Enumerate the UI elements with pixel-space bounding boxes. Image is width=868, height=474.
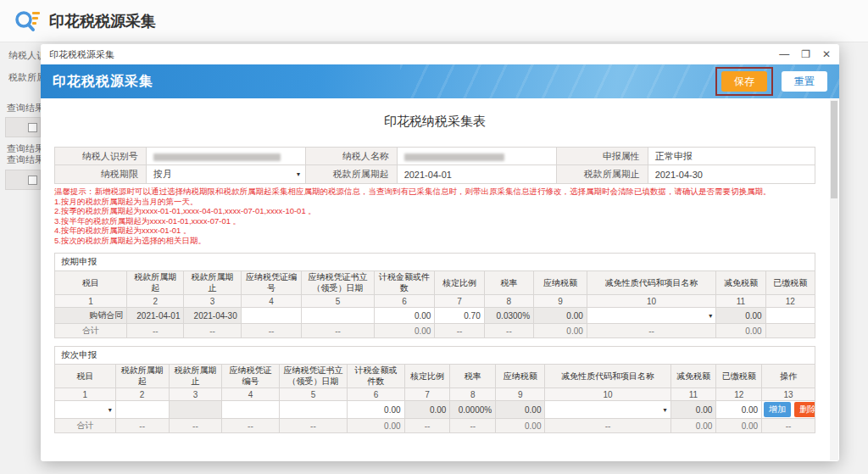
form-row: 纳税期限 按月 ▾ 税款所属期起 2021-04-01 税款所属期止 2021-…	[55, 165, 815, 184]
restore-icon[interactable]: ❐	[801, 49, 810, 59]
total-cell: 0.00	[670, 419, 716, 433]
dropdown-caret-icon: ▾	[663, 406, 666, 414]
column-number: 12	[765, 295, 815, 308]
reset-button[interactable]: 重置	[782, 71, 827, 92]
readonly-cell: 2021-04-30	[184, 308, 241, 324]
bg-result-box	[5, 117, 41, 137]
minimize-icon[interactable]: —	[779, 49, 789, 59]
bg-checkbox[interactable]	[28, 176, 37, 185]
warning-line: 温馨提示：新增税源时可以通过选择纳税期限和税款所属期起采集相应属期的税源信息，当…	[54, 187, 815, 197]
tax-term-select[interactable]: 按月 ▾	[146, 165, 305, 184]
column-header: 减免性质代码和项目名称	[587, 271, 716, 295]
readonly-cell: 购销合同	[55, 308, 127, 324]
input-cell[interactable]	[222, 401, 279, 419]
column-header: 应纳税凭证书立（领受）日期	[279, 365, 348, 388]
column-number: 11	[670, 388, 716, 401]
column-number: 4	[222, 388, 279, 401]
input-cell[interactable]	[279, 401, 348, 419]
total-cell: --	[587, 324, 716, 338]
column-header: 税款所属期止	[169, 365, 222, 388]
form-row: 纳税人识别号 纳税人名称 申报属性 正常申报	[55, 148, 815, 165]
modal-banner: 印花税税源采集 保存 重置	[41, 64, 839, 98]
close-icon[interactable]: ✕	[822, 49, 831, 59]
total-cell: --	[184, 324, 241, 338]
select-cell[interactable]: ▾	[55, 401, 116, 419]
period-start-value[interactable]: 2021-04-01	[397, 165, 556, 184]
column-number: 6	[348, 388, 404, 401]
column-number: 1	[55, 295, 127, 308]
warning-line: 5.按次的税款所属期起为选择的相关日期。	[54, 236, 815, 246]
header-row: 税目税款所属期起税款所属期止应纳税凭证编号应纳税凭证书立（领受）日期计税金额或件…	[55, 365, 815, 388]
add-row-button[interactable]: 增加	[764, 402, 791, 417]
column-header: 税款所属期起	[115, 365, 169, 388]
column-header: 核定比例	[404, 365, 450, 388]
column-header: 计税金额或件数	[348, 365, 404, 388]
dropdown-caret-icon: ▾	[297, 170, 300, 178]
input-cell[interactable]	[302, 308, 374, 324]
column-header: 应纳税凭证编号	[241, 271, 302, 295]
total-cell: --	[450, 419, 496, 433]
column-header: 税款所属期止	[184, 271, 241, 295]
delete-row-button[interactable]: 删除	[794, 402, 815, 417]
input-cell[interactable]	[765, 308, 815, 324]
total-cell: --	[241, 324, 302, 338]
taxpayer-name-value	[397, 148, 556, 165]
input-cell[interactable]	[115, 401, 169, 419]
column-number: 8	[450, 388, 496, 401]
readonly-cell: 2021-04-01	[127, 308, 184, 324]
redacted-value	[153, 153, 281, 161]
declare-type-label: 申报属性	[557, 148, 648, 165]
banner-actions: 保存 重置	[715, 67, 827, 96]
column-number: 9	[534, 295, 587, 308]
periodic-section-label: 按期申报	[54, 253, 815, 270]
total-cell: --	[302, 324, 374, 338]
column-number: 4	[241, 295, 302, 308]
taxpayer-id-label: 纳税人识别号	[55, 148, 147, 165]
modal-titlebar: 印花税税源采集 — ❐ ✕	[41, 44, 839, 64]
column-number: 7	[435, 295, 484, 308]
pertime-declare-table: 税目税款所属期起税款所属期止应纳税凭证编号应纳税凭证书立（领受）日期计税金额或件…	[54, 364, 815, 433]
bg-checkbox[interactable]	[28, 123, 37, 132]
scrollbar-thumb[interactable]	[831, 101, 837, 198]
data-row: 购销合同2021-04-012021-04-300.000.700.0300%0…	[55, 308, 815, 324]
total-cell: --	[279, 419, 348, 433]
column-header: 已缴税额	[716, 365, 762, 388]
column-header: 税率	[484, 271, 533, 295]
redacted-value	[404, 153, 504, 161]
modal-content: 印花税纳税采集表 纳税人识别号 纳税人名称 申报属性 正常申报 纳税期限	[41, 98, 839, 461]
column-number: 10	[545, 388, 670, 401]
total-cell: 0.00	[534, 324, 587, 338]
column-number: 9	[496, 388, 545, 401]
total-cell: 0.00	[716, 324, 765, 338]
column-number-row: 123456789101112	[55, 295, 815, 308]
input-cell[interactable]: 0.00	[716, 401, 762, 419]
column-number: 10	[587, 295, 716, 308]
select-cell[interactable]: ▾	[545, 401, 670, 419]
bg-label-query-result: 查询结果	[7, 102, 44, 114]
select-cell[interactable]: ▾	[587, 308, 716, 324]
input-cell[interactable]: 0.00	[348, 401, 404, 419]
total-cell: 0.00	[716, 419, 762, 433]
periodic-declare-section: 按期申报 税目税款所属期起税款所属期止应纳税凭证编号应纳税凭证书立（领受）日期计…	[54, 253, 815, 338]
column-number: 7	[404, 388, 450, 401]
window-controls: — ❐ ✕	[779, 49, 831, 59]
total-cell: --	[222, 419, 279, 433]
total-cell: 合计	[55, 324, 127, 338]
save-button[interactable]: 保存	[721, 71, 767, 92]
modal-scrollbar[interactable]	[830, 99, 838, 460]
taxpayer-name-label: 纳税人名称	[306, 148, 398, 165]
column-number-row: 12345678910111213	[55, 388, 815, 401]
column-number: 5	[279, 388, 348, 401]
app-logo-search-icon	[14, 8, 41, 35]
dropdown-caret-icon: ▾	[108, 406, 112, 414]
input-cell[interactable]: 0.00	[374, 308, 435, 324]
periodic-declare-table: 税目税款所属期起税款所属期止应纳税凭证编号应纳税凭证书立（领受）日期计税金额或件…	[54, 270, 815, 338]
taxpayer-info-table: 纳税人识别号 纳税人名称 申报属性 正常申报 纳税期限 按月 ▾ 税	[54, 147, 815, 184]
input-cell[interactable]	[241, 308, 302, 324]
dropdown-caret-icon: ▾	[709, 312, 712, 320]
taxpayer-id-value	[146, 148, 305, 165]
readonly-cell: 0.0300%	[484, 308, 533, 324]
readonly-cell: 0.00	[534, 308, 587, 324]
input-cell[interactable]: 0.70	[435, 308, 484, 324]
bg-label-query-result: 查询结果	[7, 153, 44, 166]
